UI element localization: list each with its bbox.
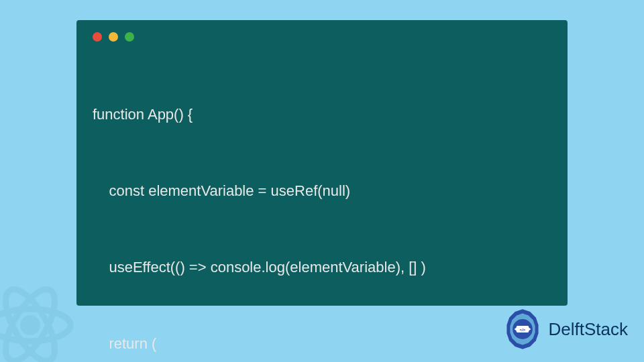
- react-icon: [0, 275, 80, 362]
- window-titlebar: [93, 32, 551, 42]
- code-line: const elementVariable = useRef(null): [93, 178, 551, 204]
- close-icon: [93, 32, 102, 42]
- react-logo-watermark: [0, 275, 80, 362]
- brand: </> DelftStack: [502, 308, 629, 350]
- maximize-icon: [125, 32, 134, 42]
- code-line: function App() {: [93, 102, 551, 127]
- code-block: function App() { const elementVariable =…: [93, 51, 551, 362]
- minimize-icon: [109, 32, 118, 42]
- svg-point-0: [23, 318, 38, 333]
- code-line: return (: [93, 331, 551, 357]
- svg-text:</>: </>: [519, 327, 525, 332]
- brand-name: DelftStack: [549, 319, 629, 340]
- code-window: function App() { const elementVariable =…: [76, 20, 568, 306]
- brand-logo-icon: </>: [502, 308, 543, 350]
- code-line: useEffect(() => console.log(elementVaria…: [93, 255, 551, 280]
